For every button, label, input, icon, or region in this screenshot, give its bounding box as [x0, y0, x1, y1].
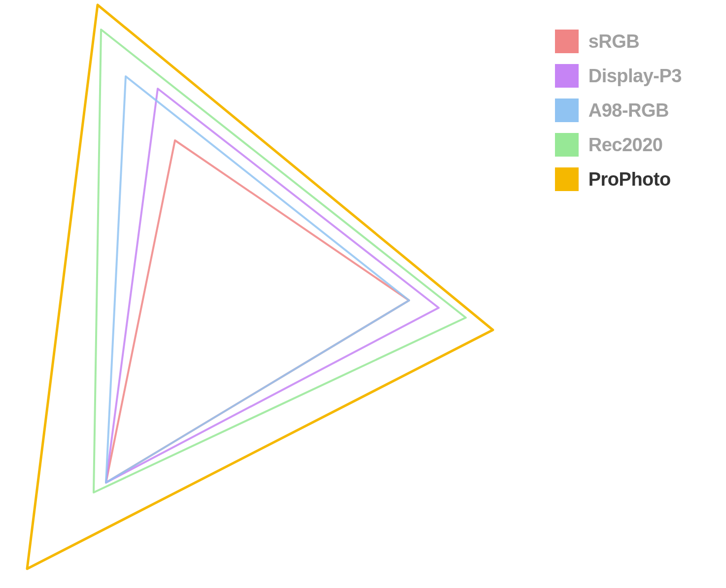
legend-label-display-p3: Display-P3	[588, 65, 682, 87]
legend-swatch-prophoto	[555, 167, 579, 191]
legend-item-a98-rgb[interactable]: A98-RGB	[555, 98, 682, 122]
legend-item-display-p3[interactable]: Display-P3	[555, 64, 682, 88]
legend-label-prophoto: ProPhoto	[588, 169, 671, 190]
legend-swatch-rec2020	[555, 133, 579, 157]
legend-swatch-display-p3	[555, 64, 579, 88]
legend-item-rec2020[interactable]: Rec2020	[555, 133, 682, 157]
legend: sRGB Display-P3 A98-RGB Rec2020 ProPhoto	[555, 30, 682, 191]
legend-item-prophoto[interactable]: ProPhoto	[555, 167, 682, 191]
legend-label-rec2020: Rec2020	[588, 134, 663, 156]
legend-swatch-srgb	[555, 30, 579, 53]
legend-swatch-a98-rgb	[555, 98, 579, 122]
color-gamut-chart: sRGB Display-P3 A98-RGB Rec2020 ProPhoto	[0, 0, 726, 588]
legend-label-a98-rgb: A98-RGB	[588, 100, 669, 121]
gamut-triangle-srgb	[106, 140, 409, 483]
legend-label-srgb: sRGB	[588, 31, 640, 52]
legend-item-srgb[interactable]: sRGB	[555, 30, 682, 53]
